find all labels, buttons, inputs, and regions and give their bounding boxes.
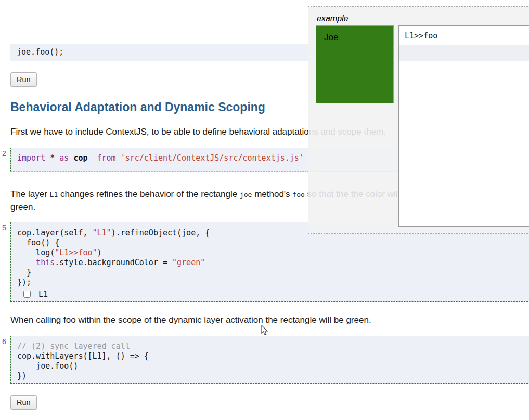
run-button-2[interactable]: Run bbox=[10, 395, 37, 410]
paragraph-when-calling: When calling foo within the scope of the… bbox=[10, 314, 529, 325]
log-panel[interactable]: L1>>foo bbox=[398, 25, 529, 227]
layer-l1-checkbox[interactable] bbox=[23, 291, 31, 298]
line-number-2: 2 bbox=[2, 149, 6, 159]
paragraph-layer-line2: green. bbox=[10, 202, 35, 212]
run-button-1[interactable]: Run bbox=[10, 72, 37, 87]
layer-l1-label: L1 bbox=[38, 290, 48, 299]
example-window-title: example bbox=[317, 14, 348, 23]
layer-toggle-row: L1 bbox=[17, 289, 526, 299]
line-number-5: 5 bbox=[2, 223, 6, 233]
code-content-6: // (2) sync layered callcop.withLayers([… bbox=[17, 342, 526, 381]
joe-rectangle[interactable]: Joe bbox=[316, 25, 394, 103]
code-cell-6[interactable]: 6 // (2) sync layered callcop.withLayers… bbox=[10, 336, 529, 384]
line-number-6: 6 bbox=[2, 337, 6, 347]
code-content-5: cop.layer(self, "L1").refineObject(joe, … bbox=[17, 228, 526, 287]
code-cell-5[interactable]: 5 cop.layer(self, "L1").refineObject(joe… bbox=[10, 222, 529, 302]
log-entry-stripe bbox=[399, 45, 529, 61]
example-window: example Joe L1>>foo bbox=[308, 6, 529, 234]
log-entry: L1>>foo bbox=[399, 26, 529, 45]
